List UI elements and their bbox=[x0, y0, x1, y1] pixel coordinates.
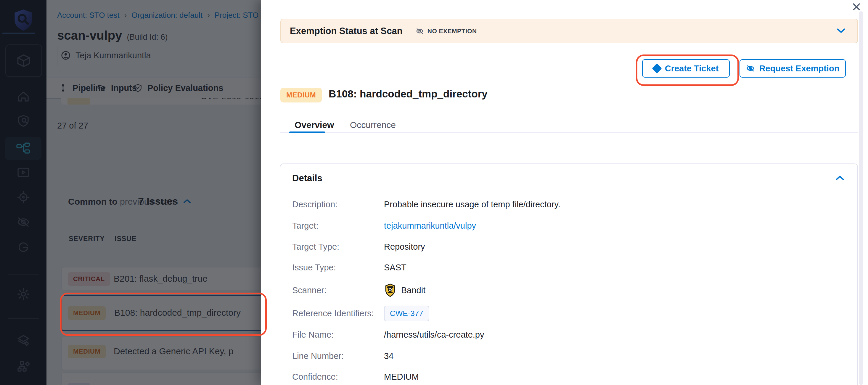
detail-row-issue-type: Issue Type: SAST bbox=[292, 263, 406, 272]
bandit-scanner-icon bbox=[384, 283, 396, 297]
eye-off-icon bbox=[746, 64, 755, 73]
tab-occurrence[interactable]: Occurrence bbox=[350, 120, 396, 130]
close-icon bbox=[851, 2, 862, 12]
chevron-down-icon bbox=[837, 28, 845, 33]
details-card: Details Description: Probable insecure u… bbox=[280, 164, 858, 385]
target-link[interactable]: tejakummarikuntla/vulpy bbox=[384, 221, 476, 231]
create-ticket-button[interactable]: Create Ticket bbox=[642, 59, 730, 78]
panel-scrollbar[interactable] bbox=[859, 11, 863, 385]
issue-details-panel: Exemption Status at Scan NO EXEMPTION Cr… bbox=[261, 0, 868, 385]
cwe-chip[interactable]: CWE-377 bbox=[384, 306, 429, 321]
detail-row-confidence: Confidence: MEDIUM bbox=[292, 372, 419, 382]
ticket-diamond-icon bbox=[652, 63, 662, 73]
tab-divider-line bbox=[280, 132, 858, 133]
detail-row-file-name: File Name: /harness/utils/ca-create.py bbox=[292, 330, 484, 340]
detail-row-target: Target: tejakummarikuntla/vulpy bbox=[292, 221, 476, 231]
issue-severity-badge: MEDIUM bbox=[280, 88, 322, 102]
issue-title: B108: hardcoded_tmp_directory bbox=[329, 88, 488, 100]
banner-expand-chevron[interactable] bbox=[837, 28, 845, 35]
eye-off-icon bbox=[416, 27, 424, 35]
modal-dim-overlay bbox=[0, 0, 261, 385]
details-heading: Details bbox=[292, 173, 322, 184]
details-collapse-chevron[interactable] bbox=[835, 175, 844, 182]
detail-row-scanner: Scanner: Bandit bbox=[292, 283, 426, 297]
tab-overview[interactable]: Overview bbox=[294, 120, 334, 130]
chevron-up-icon bbox=[835, 175, 844, 181]
active-tab-underline bbox=[289, 131, 325, 133]
detail-row-target-type: Target Type: Repository bbox=[292, 242, 425, 252]
request-exemption-button[interactable]: Request Exemption bbox=[740, 59, 846, 78]
app-root: Account: STO test › Organization: defaul… bbox=[0, 0, 868, 385]
detail-row-description: Description: Probable insecure usage of … bbox=[292, 200, 560, 209]
exemption-status-banner[interactable]: Exemption Status at Scan NO EXEMPTION bbox=[280, 19, 858, 43]
exemption-status-badge: NO EXEMPTION bbox=[416, 27, 477, 35]
banner-title: Exemption Status at Scan bbox=[290, 26, 403, 36]
detail-row-reference-identifiers: Reference Identifiers: CWE-377 bbox=[292, 306, 429, 321]
detail-row-line-number: Line Number: 34 bbox=[292, 351, 394, 361]
close-panel-button[interactable] bbox=[851, 2, 862, 12]
